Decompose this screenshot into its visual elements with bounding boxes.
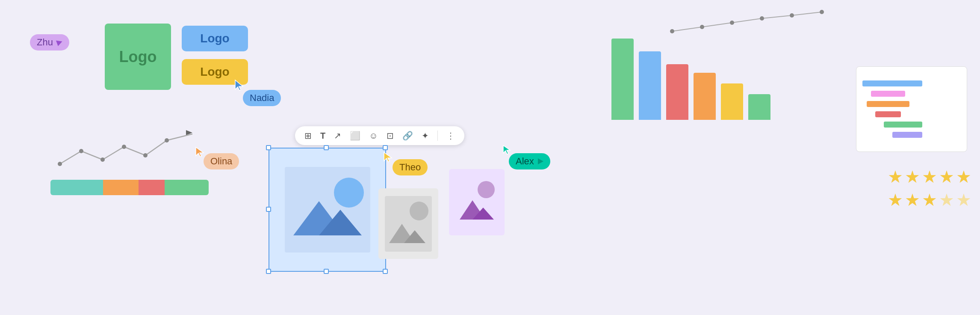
star-2-1: ★	[888, 190, 903, 210]
svg-point-9	[79, 149, 83, 153]
line-chart-bottom	[47, 128, 201, 176]
star-2-4: ★	[939, 190, 954, 210]
gantt-bar-3	[867, 101, 909, 107]
star-1-5: ★	[956, 167, 971, 187]
zhu-label: Zhu	[37, 37, 53, 48]
star-1-3: ★	[922, 167, 937, 187]
svg-point-1	[670, 29, 674, 33]
svg-point-12	[143, 153, 148, 158]
bar-3	[666, 64, 688, 120]
star-2-3: ★	[922, 190, 937, 210]
toolbar: ⊞ T ↗ ⬜ ☺ ⊡ 🔗 ✦ ⋮	[295, 126, 464, 145]
theo-bubble: Theo	[393, 159, 428, 175]
logo-blue-text: Logo	[200, 32, 229, 45]
svg-marker-0	[235, 80, 243, 90]
svg-point-6	[820, 10, 824, 14]
star-2-5: ★	[956, 190, 971, 210]
theo-cursor	[383, 152, 393, 164]
gantt-bar-5	[884, 122, 922, 128]
logo-blue: Logo	[182, 26, 248, 51]
gantt-chart	[856, 66, 967, 152]
gantt-row-4	[862, 111, 961, 117]
line-chart-top	[668, 3, 830, 39]
svg-point-5	[790, 13, 794, 18]
svg-point-10	[100, 158, 105, 162]
alex-bubble: Alex	[509, 153, 550, 169]
svg-marker-28	[503, 146, 510, 154]
stacked-seg-4	[165, 180, 209, 195]
toolbar-sparkle-icon[interactable]: ✦	[422, 131, 429, 141]
nadia-cursor	[234, 79, 244, 93]
stars-row-1: ★ ★ ★ ★ ★	[888, 167, 971, 187]
nadia-label: Nadia	[250, 92, 274, 104]
svg-point-13	[165, 138, 169, 143]
bar-6	[748, 94, 770, 120]
stars-row-2: ★ ★ ★ ★ ★	[888, 190, 971, 210]
toolbar-more-icon[interactable]: ⋮	[446, 131, 455, 141]
selection-handle-tm[interactable]	[324, 145, 329, 150]
image-placeholder-small[interactable]	[378, 188, 438, 259]
alex-label: Alex	[516, 156, 534, 167]
svg-point-26	[478, 181, 495, 198]
selection-handle-tr[interactable]	[383, 145, 388, 150]
olina-bubble: Olina	[204, 153, 239, 169]
image-placeholder-purple[interactable]	[449, 169, 505, 235]
image-placeholder-large[interactable]	[269, 148, 386, 272]
star-2-2: ★	[905, 190, 920, 210]
selection-handle-bm[interactable]	[324, 269, 329, 274]
stacked-seg-3	[139, 180, 165, 195]
bar-5	[721, 83, 743, 120]
svg-marker-14	[196, 147, 204, 157]
svg-point-3	[730, 21, 734, 25]
gantt-row-2	[862, 91, 961, 97]
toolbar-emoji-icon[interactable]: ☺	[369, 131, 378, 141]
logo-green-text: Logo	[119, 48, 157, 66]
alex-cursor	[502, 145, 511, 157]
gantt-bar-6	[892, 132, 922, 138]
toolbar-link-icon[interactable]: 🔗	[402, 131, 413, 141]
svg-rect-15	[285, 167, 370, 253]
svg-point-22	[410, 202, 428, 220]
gantt-bar-4	[875, 111, 901, 117]
logo-yellow-text: Logo	[200, 65, 229, 79]
gantt-row-5	[862, 122, 961, 128]
gantt-row-1	[862, 80, 961, 86]
zhu-bubble: Zhu	[30, 34, 69, 51]
star-1-2: ★	[905, 167, 920, 187]
nadia-bubble: Nadia	[243, 90, 281, 106]
bar-1	[611, 39, 634, 120]
stacked-bar	[50, 180, 209, 195]
olina-cursor	[195, 146, 204, 159]
toolbar-divider	[437, 131, 438, 141]
logo-green: Logo	[105, 24, 171, 90]
zhu-arrow-icon	[56, 39, 63, 46]
selection-handle-tl[interactable]	[266, 145, 271, 150]
theo-label: Theo	[399, 162, 421, 173]
toolbar-frame-icon[interactable]: ⬜	[350, 131, 360, 141]
selection-handle-br[interactable]	[383, 269, 388, 274]
toolbar-text-icon[interactable]: T	[320, 131, 325, 141]
bar-4	[694, 73, 716, 120]
gantt-row-3	[862, 101, 961, 107]
toolbar-component-icon[interactable]: ⊞	[304, 131, 312, 141]
svg-point-2	[700, 25, 704, 29]
olina-label: Olina	[210, 156, 232, 167]
stars-container: ★ ★ ★ ★ ★ ★ ★ ★ ★ ★	[888, 167, 971, 210]
stacked-seg-1	[50, 180, 103, 195]
star-1-1: ★	[888, 167, 903, 187]
svg-point-18	[334, 178, 364, 208]
bar-2	[639, 51, 661, 120]
toolbar-image-icon[interactable]: ⊡	[387, 131, 394, 141]
selection-handle-bl[interactable]	[266, 269, 271, 274]
svg-point-8	[58, 162, 62, 166]
svg-point-4	[760, 16, 764, 21]
alex-arrow-icon	[538, 158, 543, 164]
star-1-4: ★	[939, 167, 954, 187]
svg-point-11	[122, 145, 126, 149]
gantt-bar-2	[871, 91, 905, 97]
toolbar-line-icon[interactable]: ↗	[334, 131, 341, 141]
svg-marker-27	[384, 152, 392, 162]
stacked-seg-2	[103, 180, 138, 195]
gantt-row-6	[862, 132, 961, 138]
selection-handle-ml[interactable]	[266, 207, 271, 212]
